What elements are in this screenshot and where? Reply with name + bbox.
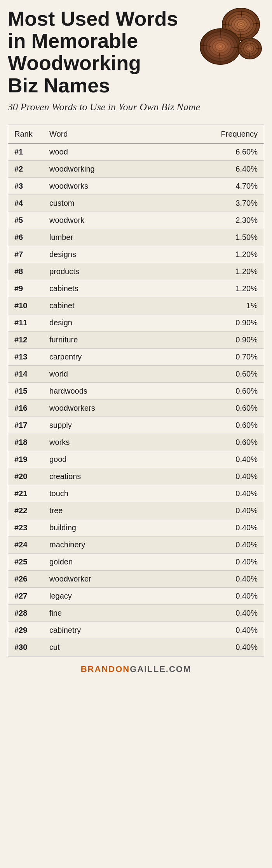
table-row: #4custom3.70% [8,194,264,212]
rank-cell: #14 [8,365,43,382]
frequency-cell: 0.40% [160,604,264,621]
rank-cell: #25 [8,553,43,570]
word-cell: woodworks [43,177,160,194]
frequency-cell: 0.40% [160,519,264,536]
word-cell: woodworking [43,160,160,177]
footer-brand: BRANDON [81,664,130,674]
frequency-cell: 0.40% [160,485,264,502]
frequency-cell: 0.40% [160,468,264,485]
footer: BRANDONGAILLE.COM [8,664,264,674]
frequency-cell: 0.70% [160,348,264,365]
rank-cell: #5 [8,212,43,229]
wood-image [194,4,264,70]
rank-cell: #21 [8,485,43,502]
frequency-cell: 0.60% [160,382,264,399]
rank-cell: #22 [8,502,43,519]
main-title: Most Used Words in Memorable Woodworking… [8,8,194,97]
rank-cell: #8 [8,263,43,280]
frequency-cell: 4.70% [160,177,264,194]
word-cell: machinery [43,536,160,553]
table-row: #23building0.40% [8,519,264,536]
table-row: #13carpentry0.70% [8,348,264,365]
rank-cell: #17 [8,417,43,434]
frequency-cell: 1% [160,297,264,314]
frequency-cell: 0.60% [160,417,264,434]
table-row: #15hardwoods0.60% [8,382,264,399]
table-row: #29cabinetry0.40% [8,621,264,639]
frequency-cell: 0.90% [160,331,264,348]
rank-cell: #27 [8,587,43,604]
rank-cell: #12 [8,331,43,348]
rank-cell: #29 [8,621,43,639]
word-cell: lumber [43,229,160,246]
frequency-cell: 1.20% [160,263,264,280]
table-row: #18works0.60% [8,434,264,451]
word-cell: cut [43,639,160,656]
table-row: #5woodwork2.30% [8,212,264,229]
word-cell: woodwork [43,212,160,229]
frequency-cell: 0.90% [160,314,264,331]
word-cell: products [43,263,160,280]
word-cell: good [43,451,160,468]
rank-cell: #2 [8,160,43,177]
rank-cell: #3 [8,177,43,194]
rank-cell: #15 [8,382,43,399]
table-row: #30cut0.40% [8,639,264,656]
rank-cell: #6 [8,229,43,246]
words-table: Rank Word Frequency #1wood6.60%#2woodwor… [8,125,264,656]
word-cell: carpentry [43,348,160,365]
table-row: #6lumber1.50% [8,229,264,246]
table-row: #10cabinet1% [8,297,264,314]
table-row: #11design0.90% [8,314,264,331]
word-cell: woodworker [43,570,160,587]
table-row: #27legacy0.40% [8,587,264,604]
word-cell: design [43,314,160,331]
frequency-column-header: Frequency [160,125,264,144]
svg-point-18 [220,46,221,47]
table-row: #12furniture0.90% [8,331,264,348]
svg-point-28 [249,48,251,49]
word-cell: works [43,434,160,451]
frequency-cell: 0.40% [160,570,264,587]
word-cell: wood [43,143,160,160]
word-cell: supply [43,417,160,434]
word-cell: cabinetry [43,621,160,639]
rank-cell: #11 [8,314,43,331]
table-row: #21touch0.40% [8,485,264,502]
word-cell: creations [43,468,160,485]
rank-cell: #18 [8,434,43,451]
word-cell: golden [43,553,160,570]
table-row: #2woodworking6.40% [8,160,264,177]
rank-cell: #30 [8,639,43,656]
word-cell: furniture [43,331,160,348]
footer-domain: GAILLE.COM [130,664,191,674]
frequency-cell: 0.60% [160,365,264,382]
table-row: #14world0.60% [8,365,264,382]
rank-cell: #19 [8,451,43,468]
frequency-cell: 0.60% [160,434,264,451]
frequency-cell: 0.40% [160,451,264,468]
table-row: #22tree0.40% [8,502,264,519]
word-cell: hardwoods [43,382,160,399]
table-row: #16woodworkers0.60% [8,399,264,417]
table-row: #24machinery0.40% [8,536,264,553]
table-row: #20creations0.40% [8,468,264,485]
table-row: #7designs1.20% [8,246,264,263]
word-cell: world [43,365,160,382]
rank-cell: #16 [8,399,43,417]
rank-cell: #9 [8,280,43,297]
table-row: #17supply0.60% [8,417,264,434]
table-row: #28fine0.40% [8,604,264,621]
table-row: #1wood6.60% [8,143,264,160]
table-row: #8products1.20% [8,263,264,280]
table-header-row: Rank Word Frequency [8,125,264,144]
frequency-cell: 0.60% [160,399,264,417]
rank-column-header: Rank [8,125,43,144]
frequency-cell: 0.40% [160,621,264,639]
frequency-cell: 2.30% [160,212,264,229]
rank-cell: #10 [8,297,43,314]
frequency-cell: 0.40% [160,587,264,604]
rank-cell: #1 [8,143,43,160]
frequency-cell: 6.40% [160,160,264,177]
word-cell: touch [43,485,160,502]
